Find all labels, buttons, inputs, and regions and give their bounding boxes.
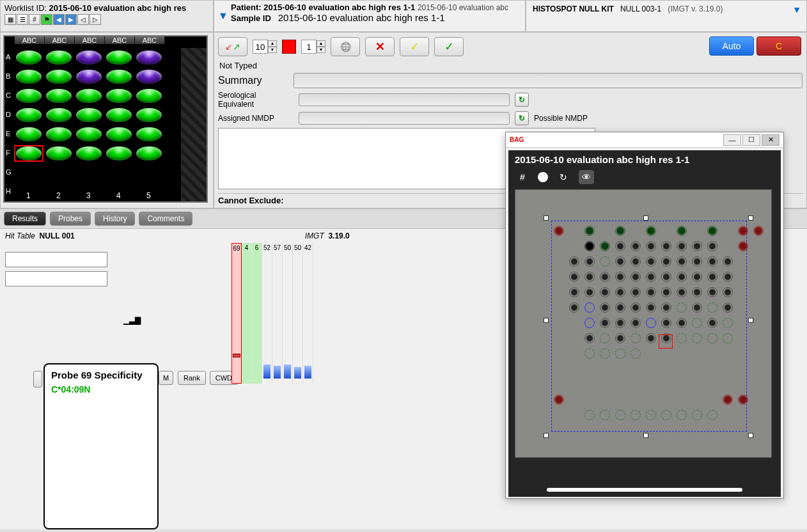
spot[interactable] — [615, 333, 625, 343]
spot[interactable] — [631, 348, 641, 359]
spot[interactable] — [584, 410, 595, 420]
spot[interactable] — [723, 395, 733, 405]
well-plate[interactable]: ABCABCABCABCABCABCDEFGH12345 — [3, 35, 208, 203]
spot[interactable] — [692, 287, 702, 297]
tab-history[interactable]: History — [95, 212, 135, 226]
spot[interactable] — [692, 318, 702, 328]
handle-icon[interactable] — [544, 318, 549, 323]
spot[interactable] — [615, 272, 625, 282]
spot[interactable] — [692, 241, 702, 251]
m-button[interactable]: M — [159, 371, 173, 385]
spot[interactable] — [584, 226, 595, 236]
well-F2[interactable] — [46, 146, 72, 160]
spot[interactable] — [677, 302, 687, 313]
handle-icon[interactable] — [748, 215, 753, 221]
well-A4[interactable] — [106, 51, 132, 65]
handle-icon[interactable] — [643, 433, 648, 438]
spot[interactable] — [692, 272, 702, 282]
spot[interactable] — [646, 226, 656, 236]
probe-bar[interactable]: 4 — [242, 243, 252, 384]
spot-image-canvas[interactable] — [515, 189, 772, 458]
spot[interactable] — [738, 241, 748, 251]
spot[interactable] — [631, 241, 641, 251]
barchart-icon[interactable]: ▁▃▇ — [123, 316, 141, 325]
sero-refresh-button[interactable]: ↻ — [515, 93, 529, 107]
well-C5[interactable] — [136, 89, 162, 103]
spot[interactable] — [646, 410, 656, 420]
spot[interactable] — [707, 410, 717, 420]
accept-button[interactable]: ✓ — [434, 37, 464, 56]
tab-results[interactable]: Results — [4, 212, 46, 226]
tab-comments[interactable]: Comments — [139, 212, 192, 226]
up-arrow-icon[interactable]: ▲ — [268, 40, 277, 47]
spot[interactable] — [723, 302, 733, 313]
spot[interactable] — [677, 318, 687, 328]
spot[interactable] — [738, 226, 748, 236]
sero-field[interactable] — [299, 93, 510, 106]
spot[interactable] — [692, 333, 702, 343]
spot[interactable] — [661, 272, 671, 282]
spot[interactable] — [584, 256, 595, 267]
spot[interactable] — [677, 256, 687, 267]
well-B1[interactable] — [16, 70, 42, 84]
spot[interactable] — [615, 241, 625, 251]
spot[interactable] — [600, 272, 610, 282]
spot[interactable] — [569, 256, 579, 267]
spot[interactable] — [600, 256, 610, 267]
spot[interactable] — [615, 287, 625, 297]
spot[interactable] — [646, 333, 656, 343]
swap-button[interactable]: ↙↗ — [218, 37, 247, 56]
spot[interactable] — [600, 348, 610, 359]
well-B2[interactable] — [46, 70, 72, 84]
well-B4[interactable] — [106, 70, 132, 84]
spot[interactable] — [677, 333, 687, 343]
refresh-tool-icon[interactable]: ↻ — [556, 170, 571, 184]
horizontal-scrollbar[interactable] — [547, 488, 742, 492]
reject-button[interactable]: ✕ — [365, 37, 395, 56]
spot[interactable] — [707, 302, 717, 313]
spot[interactable] — [692, 410, 702, 420]
spot[interactable] — [615, 302, 625, 313]
well-A5[interactable] — [136, 51, 162, 65]
globe-button[interactable]: 🌐 — [331, 37, 360, 56]
down-arrow-icon[interactable]: ▼ — [317, 47, 325, 53]
spinner-left-input[interactable] — [253, 40, 268, 54]
spot[interactable] — [646, 272, 656, 282]
spot[interactable] — [584, 272, 595, 282]
assigned-field[interactable] — [299, 112, 510, 125]
spot[interactable] — [600, 333, 610, 343]
spot[interactable] — [661, 241, 671, 251]
well-E3[interactable] — [76, 127, 102, 141]
close-button[interactable]: ✕ — [762, 134, 780, 146]
spot[interactable] — [707, 272, 717, 282]
tab-probes[interactable]: Probes — [50, 212, 91, 226]
spot[interactable] — [661, 410, 671, 420]
tool-next2-icon[interactable]: ▷ — [90, 14, 101, 25]
spot[interactable] — [554, 226, 564, 236]
well-D2[interactable] — [46, 108, 72, 122]
collapse-button[interactable] — [33, 371, 42, 387]
spot[interactable] — [569, 302, 579, 313]
spot[interactable] — [569, 272, 579, 282]
spot[interactable] — [723, 287, 733, 297]
spot[interactable] — [584, 287, 595, 297]
tool-flag-green-icon[interactable]: ⚑ — [41, 14, 52, 25]
probe-bar[interactable]: 52 — [262, 243, 272, 384]
spot[interactable] — [677, 226, 687, 236]
handle-icon[interactable] — [748, 318, 753, 323]
clear-button[interactable]: C — [756, 36, 801, 56]
probe-bar[interactable]: 69 — [231, 243, 242, 384]
rank-button[interactable]: Rank — [178, 371, 206, 385]
spot[interactable] — [677, 410, 687, 420]
spot[interactable] — [677, 241, 687, 251]
probe-bar[interactable]: 50 — [283, 243, 293, 384]
well-D1[interactable] — [16, 108, 42, 122]
tool-hash-icon[interactable]: # — [29, 14, 40, 25]
eye-tool-icon[interactable]: 👁 — [579, 170, 594, 184]
spot[interactable] — [707, 241, 717, 251]
well-E2[interactable] — [46, 127, 72, 141]
well-B3[interactable] — [76, 70, 102, 84]
spot[interactable] — [584, 241, 595, 251]
spot[interactable] — [723, 318, 733, 328]
spot[interactable] — [677, 272, 687, 282]
